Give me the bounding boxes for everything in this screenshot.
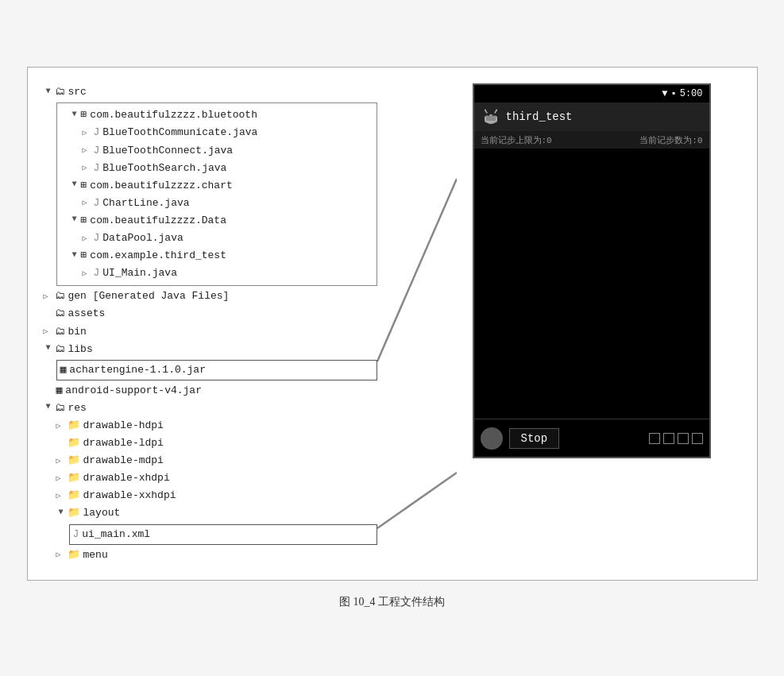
example-pkg-label: com.example.third_test [90, 247, 226, 265]
tree-item-achart[interactable]: ▦ achartengine-1.1.0.jar [56, 360, 377, 380]
svg-rect-10 [486, 116, 496, 121]
tree-item-menu[interactable]: ▷ 📁 menu [44, 547, 377, 564]
tree-item-example-pkg[interactable]: ▶ ⊞ com.example.third_test [57, 247, 373, 265]
tree-item-chartline[interactable]: ▷ J ChartLine.java [57, 195, 373, 212]
arrow-menu: ▷ [56, 548, 64, 562]
folder-icon-xhdpi: 📁 [68, 469, 80, 487]
gen-icon: 🗂 [55, 288, 65, 305]
androidsupport-label: android-support-v4.jar [65, 382, 202, 400]
nav-square-4[interactable] [692, 433, 703, 444]
arrow-chart: ▶ [67, 182, 80, 190]
chartline-label: ChartLine.java [102, 195, 189, 212]
drawable-xhdpi-label: drawable-xhdpi [83, 469, 170, 487]
tree-item-datapool[interactable]: ▷ J DataPool.java [57, 230, 373, 247]
drawable-mdpi-label: drawable-mdpi [83, 452, 164, 469]
android-robot-icon [482, 108, 500, 126]
xml-icon-ui: J [73, 526, 79, 543]
tree-item-drawable-ldpi[interactable]: 📁 drawable-ldpi [44, 435, 377, 452]
nav-squares [649, 433, 703, 444]
folder-icon-menu: 📁 [68, 547, 80, 564]
folder-icon-layout: 📁 [68, 504, 80, 522]
tree-item-bin[interactable]: ▷ 🗂 bin [44, 323, 377, 341]
java-icon-bts: J [94, 160, 100, 177]
arrow-data: ▶ [67, 217, 80, 225]
achart-label: achartengine-1.1.0.jar [69, 361, 206, 379]
arrow-btconn: ▷ [83, 144, 91, 157]
tree-item-drawable-xxhdpi[interactable]: ▷ 📁 drawable-xxhdpi [44, 487, 377, 504]
tree-item-uimainxml[interactable]: J ui_main.xml [69, 524, 377, 545]
src-label: src [68, 83, 87, 101]
uimainxml-label: ui_main.xml [82, 526, 150, 543]
arrow-src: ▶ [41, 88, 54, 96]
phone-status-bar: ▼ ▪ 5:00 [474, 85, 709, 102]
tree-item-libs[interactable]: ▶ 🗂 libs [44, 341, 377, 358]
menu-label: menu [83, 547, 108, 564]
svg-point-8 [485, 110, 486, 111]
res-label: res [68, 400, 87, 417]
bin-icon: 🗂 [55, 323, 65, 341]
res-icon: 🗂 [55, 400, 65, 417]
tree-item-res[interactable]: ▶ 🗂 res [44, 400, 377, 417]
arrow-hdpi: ▷ [56, 419, 64, 433]
subtitle-right: 当前记步数为:0 [639, 134, 702, 146]
tree-item-uimain[interactable]: ▷ J UI_Main.java [57, 265, 373, 282]
arrow-cl: ▷ [83, 196, 91, 210]
tree-item-drawable-xhdpi[interactable]: ▷ 📁 drawable-xhdpi [44, 469, 377, 487]
java-icon-btconn: J [94, 142, 100, 160]
battery-icon: ▪ [670, 88, 676, 99]
folder-icon-xxhdpi: 📁 [68, 487, 80, 504]
arrow-btc: ▷ [83, 126, 91, 140]
tree-item-btconnect[interactable]: ▷ J BlueToothConnect.java [57, 142, 373, 160]
nav-square-3[interactable] [678, 433, 689, 444]
arrow-example: ▶ [67, 252, 80, 260]
gen-label: gen [Generated Java Files] [68, 288, 230, 305]
phone-title-bar: third_test [474, 102, 709, 131]
datapool-label: DataPool.java [102, 230, 183, 247]
tree-item-chart-pkg[interactable]: ▶ ⊞ com.beautifulzzzz.chart [57, 177, 373, 195]
tree-item-btcommunicate[interactable]: ▷ J BlueToothCommunicate.java [57, 124, 373, 141]
arrow-bin: ▷ [44, 325, 52, 338]
arrow-libs: ▶ [41, 346, 54, 353]
svg-line-1 [377, 473, 457, 528]
data-pkg-label: com.beautifulzzzz.Data [90, 212, 226, 230]
phone-subtitle-bar: 当前记步上限为:0 当前记步数为:0 [474, 131, 709, 149]
tree-item-drawable-mdpi[interactable]: ▷ 📁 drawable-mdpi [44, 452, 377, 469]
arrow-layout: ▶ [53, 509, 67, 517]
phone-body [474, 149, 709, 419]
btcommunicate-label: BlueToothCommunicate.java [102, 124, 257, 141]
java-icon-btc: J [94, 124, 100, 141]
phone-mockup: ▼ ▪ 5:00 [473, 83, 719, 458]
tree-item-gen[interactable]: ▷ 🗂 gen [Generated Java Files] [44, 288, 377, 305]
bt-pkg-label: com.beautifulzzzz.bluetooth [90, 106, 257, 124]
tree-item-drawable-hdpi[interactable]: ▷ 📁 drawable-hdpi [44, 417, 377, 435]
arrow-mdpi: ▷ [56, 454, 64, 468]
java-icon-cl: J [94, 195, 100, 212]
tree-item-androidsupport[interactable]: ▦ android-support-v4.jar [44, 382, 377, 400]
tree-item-src[interactable]: ▶ 🗂 src [44, 83, 377, 101]
tree-item-btsearch[interactable]: ▷ J BlueToothSearch.java [57, 160, 373, 177]
folder-icon-hdpi: 📁 [68, 417, 80, 435]
tree-item-layout[interactable]: ▶ 📁 layout [44, 504, 377, 522]
circle-button[interactable] [481, 427, 503, 450]
java-icon-dp: J [94, 230, 100, 247]
drawable-xxhdpi-label: drawable-xxhdpi [83, 487, 176, 504]
phone-bottom-area: Stop [474, 419, 709, 457]
tree-item-assets[interactable]: 🗂 assets [44, 305, 377, 323]
arrow-gen: ▷ [44, 290, 52, 303]
nav-square-2[interactable] [663, 433, 674, 444]
tree-item-bt-pkg[interactable]: ▶ ⊞ com.beautifulzzzz.bluetooth [57, 106, 373, 124]
stop-button[interactable]: Stop [509, 428, 560, 449]
arrow-ui: ▷ [83, 267, 91, 280]
main-container: ▶ 🗂 src ▶ ⊞ com.beautifulzzzz.bluetooth … [11, 51, 774, 624]
jar-icon-as: ▦ [56, 382, 63, 400]
arrow-dp: ▷ [83, 232, 91, 245]
nav-square-1[interactable] [649, 433, 660, 444]
libs-label: libs [68, 341, 93, 358]
svg-point-9 [496, 110, 497, 111]
tree-item-data-pkg[interactable]: ▶ ⊞ com.beautifulzzzz.Data [57, 212, 373, 230]
pkg-icon-chart: ⊞ [81, 177, 87, 195]
phone-screen: ▼ ▪ 5:00 [473, 83, 711, 458]
btconnect-label: BlueToothConnect.java [102, 142, 233, 160]
libs-icon: 🗂 [55, 341, 65, 358]
src-icon: 🗂 [55, 83, 65, 101]
